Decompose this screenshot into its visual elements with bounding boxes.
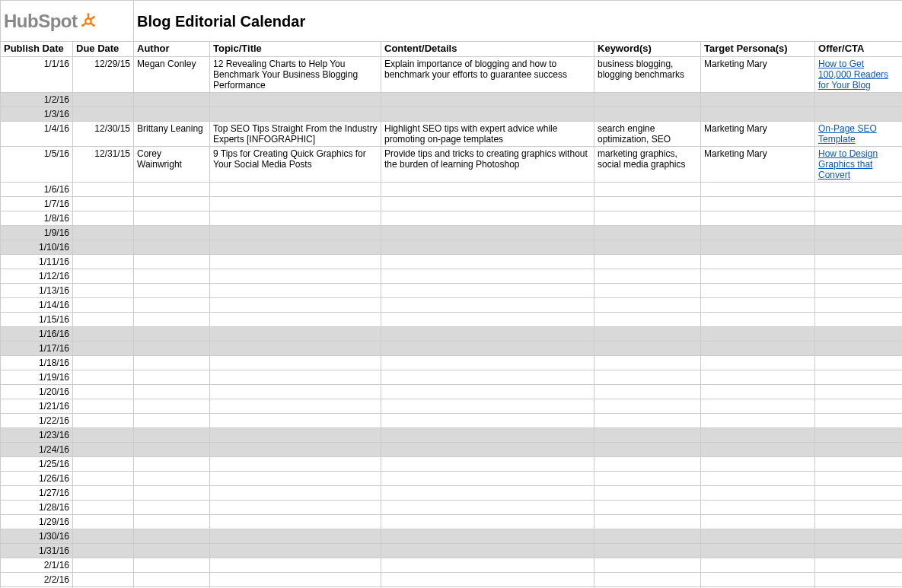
table-row[interactable]: 1/5/1612/31/15Corey Wainwright9 Tips for… (1, 147, 903, 183)
cell-content[interactable] (381, 211, 594, 226)
cell-due-date[interactable] (73, 298, 134, 313)
cell-personas[interactable] (701, 255, 815, 269)
cell-personas[interactable] (701, 107, 815, 122)
cell-topic[interactable] (210, 255, 381, 269)
cell-keywords[interactable] (594, 501, 701, 515)
cell-keywords[interactable] (594, 211, 701, 226)
cell-keywords[interactable] (594, 240, 701, 255)
cell-cta[interactable] (815, 443, 902, 457)
cell-topic[interactable] (210, 544, 381, 558)
cell-cta[interactable] (815, 269, 902, 284)
cell-due-date[interactable] (73, 414, 134, 428)
cell-personas[interactable] (701, 399, 815, 414)
cell-publish-date[interactable]: 1/8/16 (1, 211, 73, 226)
cell-cta[interactable] (815, 385, 902, 399)
table-row[interactable]: 2/1/16 (1, 558, 903, 573)
cell-due-date[interactable] (73, 529, 134, 544)
cell-personas[interactable]: Marketing Mary (701, 57, 815, 93)
col-header-cta[interactable]: Offer/CTA (815, 42, 902, 57)
cell-keywords[interactable] (594, 515, 701, 529)
cell-cta[interactable]: How to Design Graphics that Convert (815, 147, 902, 183)
cell-author[interactable] (134, 298, 210, 313)
cell-content[interactable] (381, 197, 594, 211)
cell-content[interactable] (381, 226, 594, 240)
cell-due-date[interactable] (73, 472, 134, 486)
cell-cta[interactable] (815, 298, 902, 313)
cell-due-date[interactable] (73, 486, 134, 501)
cell-cta[interactable]: How to Get 100,000 Readers for Your Blog (815, 57, 902, 93)
table-row[interactable]: 1/21/16 (1, 399, 903, 414)
cell-cta[interactable]: On-Page SEO Template (815, 122, 902, 147)
cell-topic[interactable] (210, 211, 381, 226)
cell-author[interactable] (134, 428, 210, 443)
cell-keywords[interactable]: business blogging, blogging benchmarks (594, 57, 701, 93)
cell-topic[interactable] (210, 558, 381, 573)
cell-content[interactable] (381, 414, 594, 428)
cell-personas[interactable] (701, 529, 815, 544)
cell-author[interactable] (134, 529, 210, 544)
cell-topic[interactable] (210, 385, 381, 399)
cell-keywords[interactable]: search engine optimization, SEO (594, 122, 701, 147)
cell-due-date[interactable] (73, 515, 134, 529)
cell-personas[interactable] (701, 197, 815, 211)
cell-personas[interactable] (701, 284, 815, 298)
cell-content[interactable] (381, 385, 594, 399)
cell-personas[interactable] (701, 240, 815, 255)
cell-topic[interactable] (210, 327, 381, 342)
cell-author[interactable] (134, 370, 210, 385)
col-header-author[interactable]: Author (134, 42, 210, 57)
cell-author[interactable] (134, 515, 210, 529)
cell-personas[interactable] (701, 486, 815, 501)
cell-publish-date[interactable]: 1/1/16 (1, 57, 73, 93)
cell-keywords[interactable] (594, 327, 701, 342)
cell-keywords[interactable] (594, 414, 701, 428)
cell-author[interactable] (134, 573, 210, 587)
cell-topic[interactable] (210, 529, 381, 544)
cell-due-date[interactable] (73, 240, 134, 255)
table-row[interactable]: 1/12/16 (1, 269, 903, 284)
cell-author[interactable] (134, 342, 210, 356)
cell-due-date[interactable] (73, 183, 134, 197)
cell-keywords[interactable] (594, 399, 701, 414)
cell-personas[interactable] (701, 269, 815, 284)
cell-topic[interactable] (210, 428, 381, 443)
cell-personas[interactable] (701, 515, 815, 529)
cell-cta[interactable] (815, 197, 902, 211)
cell-keywords[interactable] (594, 342, 701, 356)
cell-content[interactable] (381, 515, 594, 529)
cell-publish-date[interactable]: 1/9/16 (1, 226, 73, 240)
cell-topic[interactable] (210, 183, 381, 197)
cell-keywords[interactable] (594, 197, 701, 211)
cell-keywords[interactable] (594, 370, 701, 385)
cell-cta[interactable] (815, 240, 902, 255)
cell-personas[interactable] (701, 342, 815, 356)
cell-cta[interactable] (815, 573, 902, 587)
cell-personas[interactable] (701, 414, 815, 428)
cell-cta[interactable] (815, 211, 902, 226)
cell-cta[interactable] (815, 226, 902, 240)
cell-content[interactable] (381, 183, 594, 197)
cell-cta[interactable] (815, 313, 902, 327)
cell-due-date[interactable] (73, 107, 134, 122)
cell-content[interactable] (381, 342, 594, 356)
cell-cta[interactable] (815, 327, 902, 342)
cell-topic[interactable] (210, 342, 381, 356)
cell-topic[interactable]: 12 Revealing Charts to Help You Benchmar… (210, 57, 381, 93)
cell-keywords[interactable] (594, 558, 701, 573)
cell-keywords[interactable] (594, 255, 701, 269)
cell-personas[interactable] (701, 428, 815, 443)
cell-publish-date[interactable]: 1/20/16 (1, 385, 73, 399)
cell-due-date[interactable]: 12/30/15 (73, 122, 134, 147)
table-row[interactable]: 1/8/16 (1, 211, 903, 226)
cell-publish-date[interactable]: 1/31/16 (1, 544, 73, 558)
cell-content[interactable] (381, 356, 594, 370)
cell-cta[interactable] (815, 472, 902, 486)
cell-content[interactable] (381, 327, 594, 342)
cell-content[interactable] (381, 544, 594, 558)
cell-keywords[interactable] (594, 183, 701, 197)
cell-content[interactable]: Explain importance of blogging and how t… (381, 57, 594, 93)
cell-publish-date[interactable]: 1/13/16 (1, 284, 73, 298)
cell-publish-date[interactable]: 1/18/16 (1, 356, 73, 370)
cell-keywords[interactable] (594, 226, 701, 240)
cell-author[interactable] (134, 284, 210, 298)
